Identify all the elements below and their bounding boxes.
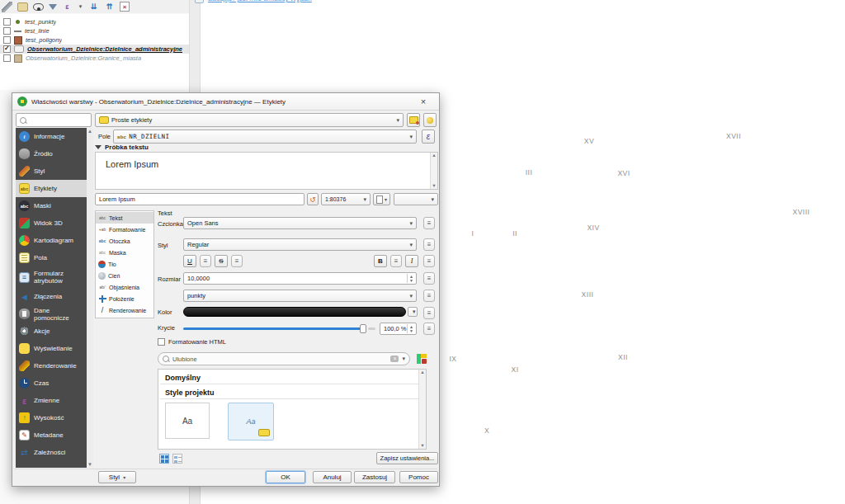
tab-tlo[interactable]: Tło bbox=[96, 258, 153, 270]
sidebar-item-czas[interactable]: Czas bbox=[16, 374, 87, 392]
sidebar-item-zrodlo[interactable]: Źródło bbox=[16, 145, 87, 163]
layer-checkbox[interactable] bbox=[3, 54, 11, 62]
automated-placement-button[interactable] bbox=[407, 113, 420, 127]
sidebar-item-dane-pomocnicze[interactable]: Dane pomocnicze bbox=[16, 305, 87, 323]
tab-maska[interactable]: Maska bbox=[96, 247, 153, 258]
underline-button[interactable]: U bbox=[183, 255, 196, 267]
html-formatting-checkbox[interactable]: Formatowanie HTML bbox=[158, 338, 226, 346]
layer-checkbox[interactable] bbox=[3, 27, 11, 35]
font-style-select[interactable]: Regular bbox=[183, 238, 417, 251]
sidebar-item-wysokosc[interactable]: Wysokość bbox=[16, 409, 87, 426]
list-view-button[interactable] bbox=[172, 454, 182, 464]
layer-row-dzielnice-administracyjne[interactable]: Obserwatorium_Dzielnice:Dzielnice_admini… bbox=[0, 45, 189, 54]
color-dropdown-button[interactable] bbox=[408, 307, 418, 317]
opacity-slider-handle[interactable] bbox=[360, 324, 366, 333]
sidebar-item-zaleznosci[interactable]: Zależności bbox=[16, 444, 87, 461]
save-settings-button[interactable]: Zapisz ustawienia... bbox=[376, 452, 438, 464]
style-list-scrollbar[interactable]: ▲▼ bbox=[418, 370, 426, 449]
sidebar-item-zlaczenia[interactable]: Złączenia bbox=[16, 288, 87, 305]
strikethrough-override-button[interactable] bbox=[231, 255, 243, 267]
size-unit-select[interactable]: punkty bbox=[183, 290, 417, 302]
style-menu-button[interactable]: Styl ▾ bbox=[98, 471, 136, 483]
scroll-down-icon[interactable]: ▼ bbox=[87, 462, 92, 467]
font-select[interactable]: Open Sans bbox=[183, 217, 417, 229]
copy-format-button[interactable]: ▾ bbox=[373, 193, 390, 205]
layer-row-test-poligony[interactable]: test_poligony bbox=[0, 35, 189, 45]
style-manager-button[interactable] bbox=[417, 354, 427, 364]
underline-override-button[interactable] bbox=[200, 255, 211, 267]
opacity-override-button[interactable] bbox=[423, 323, 435, 335]
opacity-spinbox[interactable]: 100,0 % ▲▼ bbox=[380, 323, 417, 335]
layer-checkbox[interactable] bbox=[3, 36, 11, 44]
tab-polozenie[interactable]: Położenie bbox=[96, 293, 153, 304]
icon-view-button[interactable] bbox=[159, 454, 169, 464]
ok-button[interactable]: OK bbox=[266, 471, 305, 483]
style-filter-input[interactable]: Ulubione × ▾ bbox=[158, 352, 410, 365]
tab-otoczka[interactable]: Otoczka bbox=[96, 235, 153, 247]
open-layer-styling-icon[interactable] bbox=[2, 2, 12, 12]
layer-row-test-punkty[interactable]: test_punkty bbox=[0, 17, 189, 26]
tab-objasnienia[interactable]: Objaśnienia bbox=[96, 281, 153, 293]
scroll-up-icon[interactable]: ▲ bbox=[87, 129, 92, 134]
tab-cien[interactable]: Cień bbox=[96, 270, 153, 281]
sidebar-item-metadane[interactable]: Metadane bbox=[16, 426, 87, 444]
sidebar-item-wyswietlanie[interactable]: Wyświetlanie bbox=[16, 340, 87, 357]
size-spinbox[interactable]: 10,0000 ▲▼ bbox=[183, 272, 417, 285]
sidebar-item-renderowanie[interactable]: Renderowanie bbox=[16, 357, 87, 374]
reset-sample-button[interactable]: ↺ bbox=[307, 193, 319, 205]
style-card-project[interactable]: Aa bbox=[228, 403, 274, 440]
opacity-slider-track[interactable] bbox=[183, 327, 361, 330]
notification-link[interactable]: Badając? jest mile umiaddy Wyjaśń bbox=[208, 0, 312, 2]
cancel-button[interactable]: Anuluj bbox=[313, 471, 352, 483]
layer-row-test-linie[interactable]: test_linie bbox=[0, 26, 189, 35]
label-mode-select[interactable]: Proste etykiety bbox=[95, 113, 404, 127]
dialog-titlebar[interactable]: Właściwości warstwy - Obserwatorium_Dzie… bbox=[12, 93, 439, 111]
sidebar-item-informacje[interactable]: Informacje bbox=[16, 128, 87, 145]
help-button[interactable]: Pomoc bbox=[399, 471, 438, 483]
background-color-select[interactable] bbox=[394, 193, 438, 205]
size-override-button[interactable] bbox=[423, 272, 435, 285]
sidebar-item-zmienne[interactable]: Zmienne bbox=[16, 392, 87, 409]
preview-scrollbar[interactable]: ▲▼ bbox=[430, 153, 437, 189]
sidebar-item-kartodiagram[interactable]: Kartodiagram bbox=[16, 232, 87, 249]
layer-checkbox[interactable] bbox=[3, 18, 11, 26]
style-override-button[interactable] bbox=[423, 238, 435, 251]
sidebar-item-maski[interactable]: Maski bbox=[16, 197, 87, 214]
checkbox-icon[interactable] bbox=[158, 338, 165, 346]
sidebar-scrollbar[interactable]: ▲▼ bbox=[87, 128, 93, 468]
bold-override-button[interactable] bbox=[390, 255, 402, 267]
sidebar-item-styl[interactable]: Styl bbox=[16, 163, 87, 180]
spinner-arrows-icon[interactable]: ▲▼ bbox=[407, 324, 415, 333]
sidebar-item-etykiety[interactable]: Etykiety bbox=[16, 180, 87, 197]
spinner-arrows-icon[interactable]: ▲▼ bbox=[407, 274, 415, 283]
sidebar-item-akcje[interactable]: Akcje bbox=[16, 323, 87, 340]
settings-search-input[interactable] bbox=[16, 113, 92, 127]
italic-button[interactable]: I bbox=[405, 255, 418, 267]
filter-legend-icon[interactable] bbox=[49, 4, 57, 10]
tab-tekst[interactable]: Tekst bbox=[96, 212, 153, 224]
remove-layer-icon[interactable]: × bbox=[120, 2, 130, 12]
add-group-icon[interactable] bbox=[17, 2, 28, 12]
layer-row-granice-miasta[interactable]: Obserwatorium_Dzielnice:Granice_miasta bbox=[0, 54, 189, 63]
sidebar-item-widok-3d[interactable]: Widok 3D bbox=[16, 214, 87, 232]
style-card-default[interactable]: Aa bbox=[165, 403, 210, 439]
font-override-button[interactable] bbox=[423, 217, 435, 229]
tab-formatowanie[interactable]: Formatowanie bbox=[96, 224, 153, 235]
expand-all-icon[interactable]: ⇊ bbox=[88, 2, 99, 12]
manage-map-themes-icon[interactable] bbox=[33, 3, 44, 11]
labeling-rules-button[interactable] bbox=[423, 113, 437, 127]
apply-button[interactable]: Zastosuj bbox=[354, 471, 395, 483]
sample-text-input[interactable]: Lorem Ipsum bbox=[95, 193, 304, 205]
clear-icon[interactable]: × bbox=[390, 356, 399, 362]
color-override-button[interactable] bbox=[423, 307, 435, 319]
preview-scale-select[interactable]: 1:80376 bbox=[321, 193, 371, 205]
sidebar-item-pola[interactable]: Pola bbox=[16, 249, 87, 266]
italic-override-button[interactable] bbox=[423, 255, 435, 267]
layer-checkbox-checked[interactable] bbox=[3, 45, 11, 53]
expression-builder-button[interactable]: ε bbox=[422, 130, 435, 144]
bold-button[interactable]: B bbox=[374, 255, 387, 267]
unit-override-button[interactable] bbox=[423, 290, 435, 302]
collapse-all-icon[interactable]: ⇈ bbox=[104, 2, 115, 12]
strikethrough-button[interactable]: S bbox=[215, 255, 228, 267]
color-button[interactable] bbox=[183, 307, 406, 317]
